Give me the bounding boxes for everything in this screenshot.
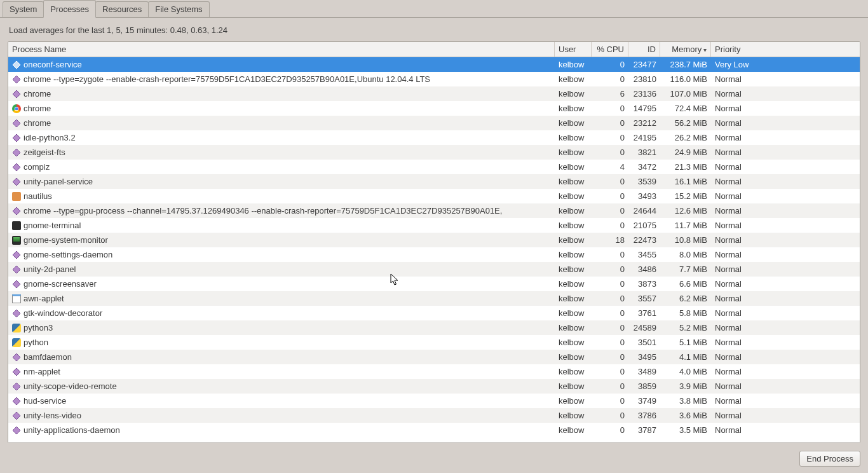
diamond-icon: [12, 119, 21, 128]
cell-priority: Normal: [711, 86, 844, 101]
tab-resources[interactable]: Resources: [95, 1, 149, 17]
cell-name: gnome-terminal: [8, 218, 555, 233]
diamond-icon: [12, 411, 21, 420]
table-row[interactable]: chromekelbow02321256.2 MiBNormal: [8, 116, 860, 130]
process-name-text: unity-lens-video: [24, 408, 81, 423]
cell-mem: 4.1 MiB: [660, 350, 711, 364]
table-row[interactable]: unity-lens-videokelbow037863.6 MiBNormal: [8, 408, 860, 423]
table-row[interactable]: unity-panel-servicekelbow0353916.1 MiBNo…: [8, 174, 860, 189]
svg-marker-8: [13, 207, 20, 215]
cell-mem: 3.5 MiB: [660, 423, 711, 437]
table-row[interactable]: hud-servicekelbow037493.8 MiBNormal: [8, 394, 860, 408]
cell-mem: 3.6 MiB: [660, 408, 711, 423]
cell-cpu: 0: [592, 423, 628, 437]
cell-cpu: 18: [592, 233, 628, 247]
cell-cpu: 4: [592, 160, 628, 174]
cell-cpu: 0: [592, 350, 628, 364]
end-process-button[interactable]: End Process: [799, 451, 860, 467]
diamond-icon: [12, 60, 21, 69]
cell-pid: 14795: [628, 101, 660, 116]
cell-pid: 3472: [628, 160, 660, 174]
cell-pid: 3761: [628, 306, 660, 320]
tab-system[interactable]: System: [3, 1, 44, 17]
cell-pid: 24644: [628, 203, 660, 218]
cell-mem: 3.8 MiB: [660, 394, 711, 408]
svg-marker-12: [13, 310, 20, 317]
table-row[interactable]: compizkelbow4347221.3 MiBNormal: [8, 160, 860, 174]
cell-cpu: 0: [592, 57, 628, 72]
window-icon: [12, 294, 21, 303]
table-row[interactable]: oneconf-servicekelbow023477238.7 MiBVery…: [8, 57, 860, 72]
tab-processes[interactable]: Processes: [43, 0, 96, 18]
tab-file-systems[interactable]: File Systems: [148, 1, 209, 17]
cell-user: kelbow: [555, 72, 592, 86]
table-row[interactable]: chromekelbow623136107.0 MiBNormal: [8, 86, 860, 101]
cell-cpu: 0: [592, 203, 628, 218]
cell-name: oneconf-service: [8, 57, 555, 72]
table-row[interactable]: idle-python3.2kelbow02419526.2 MiBNormal: [8, 130, 860, 145]
cell-cpu: 0: [592, 72, 628, 86]
table-row[interactable]: chrome --type=zygote --enable-crash-repo…: [8, 72, 860, 86]
cell-name: nautilus: [8, 189, 555, 203]
cell-user: kelbow: [555, 86, 592, 101]
process-name-text: unity-scope-video-remote: [24, 379, 117, 394]
table-row[interactable]: pythonkelbow035015.1 MiBNormal: [8, 335, 860, 350]
table-row[interactable]: unity-2d-panelkelbow034867.7 MiBNormal: [8, 262, 860, 277]
cell-user: kelbow: [555, 101, 592, 116]
process-name-text: python: [24, 335, 48, 350]
table-row[interactable]: gtk-window-decoratorkelbow037615.8 MiBNo…: [8, 306, 860, 320]
svg-marker-13: [13, 353, 20, 361]
cell-cpu: 0: [592, 262, 628, 277]
cell-priority: Normal: [711, 320, 844, 335]
process-name-text: compiz: [24, 160, 50, 174]
cell-mem: 4.0 MiB: [660, 364, 711, 379]
monitor-icon: [12, 236, 21, 245]
table-row[interactable]: gnome-system-monitorkelbow182247310.8 Mi…: [8, 233, 860, 247]
cell-mem: 6.2 MiB: [660, 291, 711, 306]
cell-name: chrome: [8, 86, 555, 101]
cell-mem: 8.0 MiB: [660, 247, 711, 262]
table-body[interactable]: oneconf-servicekelbow023477238.7 MiBVery…: [8, 57, 860, 442]
table-row[interactable]: unity-scope-video-remotekelbow038593.9 M…: [8, 379, 860, 394]
process-name-text: python3: [24, 320, 53, 335]
diamond-icon: [12, 426, 21, 435]
cell-user: kelbow: [555, 379, 592, 394]
cell-mem: 5.2 MiB: [660, 320, 711, 335]
table-row[interactable]: nm-appletkelbow034894.0 MiBNormal: [8, 364, 860, 379]
column-pid[interactable]: ID: [628, 42, 660, 57]
cell-user: kelbow: [555, 203, 592, 218]
cell-name: unity-panel-service: [8, 174, 555, 189]
table-row[interactable]: awn-appletkelbow035576.2 MiBNormal: [8, 291, 860, 306]
table-row[interactable]: gnome-screensaverkelbow038736.6 MiBNorma…: [8, 277, 860, 291]
svg-marker-2: [13, 90, 20, 98]
cell-priority: Very Low: [711, 57, 844, 72]
diamond-icon: [12, 309, 21, 318]
cell-name: gnome-settings-daemon: [8, 247, 555, 262]
process-name-text: chrome: [24, 101, 51, 116]
table-row[interactable]: nautiluskelbow0349315.2 MiBNormal: [8, 189, 860, 203]
table-row[interactable]: python3kelbow0245895.2 MiBNormal: [8, 320, 860, 335]
column-mem[interactable]: Memory: [660, 42, 711, 57]
column-name[interactable]: Process Name: [8, 42, 555, 57]
cell-pid: 23136: [628, 86, 660, 101]
table-row[interactable]: chromekelbow01479572.4 MiBNormal: [8, 101, 860, 116]
column-priority[interactable]: Priority: [711, 42, 844, 57]
process-name-text: awn-applet: [24, 291, 64, 306]
cell-user: kelbow: [555, 335, 592, 350]
cell-priority: Normal: [711, 379, 844, 394]
process-name-text: gnome-system-monitor: [24, 233, 108, 247]
diamond-icon: [12, 265, 21, 274]
terminal-icon: [12, 221, 21, 230]
table-row[interactable]: gnome-settings-daemonkelbow034558.0 MiBN…: [8, 247, 860, 262]
table-row[interactable]: chrome --type=gpu-process --channel=1479…: [8, 203, 860, 218]
column-user[interactable]: User: [555, 42, 592, 57]
bottom-bar: End Process: [0, 447, 868, 473]
cell-priority: Normal: [711, 247, 844, 262]
cell-mem: 5.1 MiB: [660, 335, 711, 350]
table-row[interactable]: zeitgeist-ftskelbow0382124.9 MiBNormal: [8, 145, 860, 160]
table-row[interactable]: gnome-terminalkelbow02107511.7 MiBNormal: [8, 218, 860, 233]
column-cpu[interactable]: % CPU: [592, 42, 628, 57]
table-row[interactable]: bamfdaemonkelbow034954.1 MiBNormal: [8, 350, 860, 364]
table-row[interactable]: unity-applications-daemonkelbow037873.5 …: [8, 423, 860, 437]
cell-user: kelbow: [555, 291, 592, 306]
